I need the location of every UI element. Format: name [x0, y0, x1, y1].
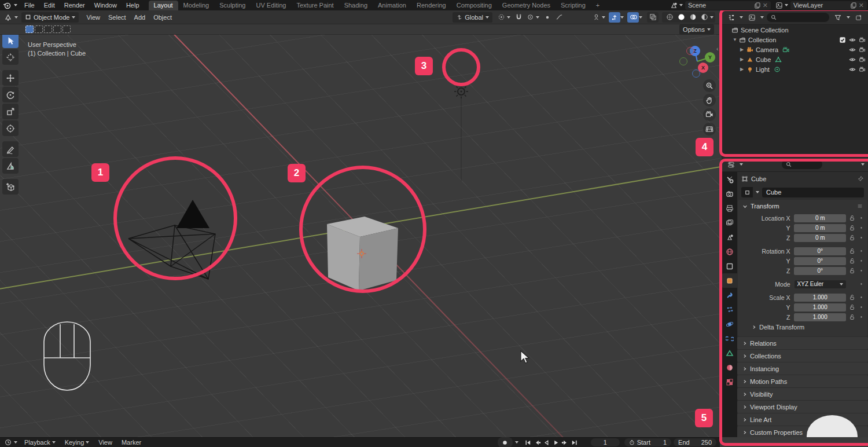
move-tool[interactable]: [2, 70, 19, 86]
show-gizmo-visibility-icon[interactable]: [590, 12, 602, 23]
next-keyframe-button[interactable]: [561, 439, 569, 446]
view-layer-caret[interactable]: [785, 4, 788, 6]
frame-range-end-field[interactable]: End 250: [674, 438, 716, 446]
new-scene-icon[interactable]: [754, 2, 760, 9]
scene-caret[interactable]: [679, 4, 683, 6]
mouse-cursor: [520, 350, 530, 364]
overlays-toggle-icon[interactable]: [627, 12, 639, 23]
gizmo-axis-neg[interactable]: [679, 57, 687, 65]
options-button[interactable]: Options: [679, 24, 714, 35]
keying-set-caret[interactable]: [515, 441, 518, 444]
prev-frame-button[interactable]: [543, 439, 550, 446]
workspace-tab-geometry-nodes[interactable]: Geometry Nodes: [497, 1, 556, 10]
workspace-tab-texture-paint[interactable]: Texture Paint: [291, 1, 339, 10]
gizmo-axis-neg[interactable]: [686, 47, 694, 55]
play-button[interactable]: [552, 439, 560, 446]
pivot-point-icon[interactable]: [495, 12, 507, 23]
annotate-tool[interactable]: [2, 141, 19, 157]
remove-view-layer-icon[interactable]: ✕: [859, 2, 864, 9]
new-view-layer-icon[interactable]: [850, 2, 856, 9]
snap-caret[interactable]: [536, 16, 539, 19]
viewport-menu-view[interactable]: View: [82, 14, 104, 21]
snap-target-icon[interactable]: [524, 12, 536, 23]
select-mode-invert[interactable]: [53, 25, 61, 33]
workspace-tab-modeling[interactable]: Modeling: [178, 1, 215, 10]
mouse-diagram: [39, 320, 95, 393]
material-preview-icon[interactable]: [687, 12, 698, 23]
prev-keyframe-button[interactable]: [534, 439, 541, 446]
current-frame-field[interactable]: 1: [591, 438, 620, 446]
wireframe-shading-icon[interactable]: [664, 12, 675, 23]
select-mode-subtract[interactable]: [44, 25, 52, 33]
workspace-tab-sculpting[interactable]: Sculpting: [214, 1, 251, 10]
zoom-icon[interactable]: [703, 79, 716, 92]
shading-caret[interactable]: [710, 16, 713, 19]
cursor-tool[interactable]: [2, 49, 19, 65]
timeline-menu-playback[interactable]: Playback: [20, 439, 60, 446]
jump-to-end-button[interactable]: [571, 439, 578, 446]
proportional-editing-icon[interactable]: [542, 12, 553, 23]
unlink-scene-icon[interactable]: ✕: [763, 2, 768, 9]
gizmo-axis-neg[interactable]: [692, 69, 700, 78]
gizmo-axis-Y[interactable]: Y: [705, 52, 715, 63]
camera-view-icon[interactable]: [703, 108, 716, 121]
timeline-menu-marker[interactable]: Marker: [117, 439, 146, 446]
workspace-tab-uv-editing[interactable]: UV Editing: [251, 1, 291, 10]
frame-range-start-field[interactable]: Start 1: [624, 438, 671, 446]
editor-type-icon[interactable]: [2, 12, 14, 23]
toggle-perspective-icon[interactable]: [703, 123, 716, 135]
falloff-curve-icon[interactable]: [553, 12, 565, 23]
select-box-tool[interactable]: [2, 32, 19, 48]
editor-type-caret[interactable]: [14, 16, 18, 19]
select-mode-intersect[interactable]: [62, 25, 71, 33]
rendered-shading-icon[interactable]: [698, 12, 710, 23]
select-mode-new[interactable]: [25, 25, 34, 33]
app-menus: FileEditRenderWindowHelp: [20, 2, 144, 9]
workspace-tab-layout[interactable]: Layout: [149, 1, 178, 10]
app-menu-file[interactable]: File: [20, 2, 39, 9]
select-mode-extend[interactable]: [35, 25, 43, 33]
auto-keying-record-icon[interactable]: [498, 437, 513, 447]
visibility-caret[interactable]: [602, 16, 605, 19]
app-menu-render[interactable]: Render: [60, 2, 90, 9]
add-cube-tool[interactable]: [2, 179, 19, 195]
viewport-menu-select[interactable]: Select: [104, 14, 130, 21]
blender-menu-caret[interactable]: [14, 4, 17, 6]
viewport-menu-object[interactable]: Object: [149, 14, 176, 21]
workspace-tab-rendering[interactable]: Rendering: [411, 1, 451, 10]
mode-selector[interactable]: Object Mode: [21, 12, 79, 23]
rotate-tool[interactable]: [2, 87, 19, 102]
workspace-tab-compositing[interactable]: Compositing: [451, 1, 497, 10]
timeline-menu-keying[interactable]: Keying: [60, 439, 94, 446]
view-layer-icon[interactable]: [773, 0, 785, 10]
workspace-tab-scripting[interactable]: Scripting: [556, 1, 591, 10]
transform-tool[interactable]: [2, 120, 19, 136]
app-menu-window[interactable]: Window: [90, 2, 122, 9]
gizmos-caret[interactable]: [620, 16, 624, 19]
xray-toggle-icon[interactable]: [647, 12, 659, 23]
timeline-editor-type-icon[interactable]: [2, 437, 14, 447]
pivot-caret[interactable]: [507, 16, 510, 19]
scene-selector[interactable]: Scene ✕: [685, 1, 771, 10]
workspace-tab-+[interactable]: +: [591, 1, 605, 10]
jump-to-start-button[interactable]: [524, 439, 532, 446]
snap-magnet-icon[interactable]: [513, 12, 524, 23]
scale-tool[interactable]: [2, 104, 19, 119]
gizmos-toggle-icon[interactable]: [609, 12, 620, 23]
view-layer-selector[interactable]: ViewLayer ✕: [790, 1, 867, 10]
app-menu-help[interactable]: Help: [122, 2, 144, 9]
transform-orientation-selector[interactable]: Global: [453, 12, 492, 23]
blender-logo-icon[interactable]: [0, 0, 14, 10]
scene-icon[interactable]: [668, 0, 679, 10]
timeline-menu-view[interactable]: View: [94, 439, 117, 446]
viewport-menu-add[interactable]: Add: [130, 14, 150, 21]
solid-shading-icon[interactable]: [675, 12, 687, 23]
overlays-caret[interactable]: [639, 16, 642, 19]
sidebar-collapse-arrow[interactable]: ‹: [716, 45, 719, 52]
app-menu-edit[interactable]: Edit: [39, 2, 60, 9]
workspace-tab-animation[interactable]: Animation: [373, 1, 411, 10]
timeline-type-caret[interactable]: [14, 441, 17, 444]
measure-tool[interactable]: [2, 158, 19, 174]
pan-icon[interactable]: [703, 94, 716, 107]
workspace-tab-shading[interactable]: Shading: [339, 1, 373, 10]
